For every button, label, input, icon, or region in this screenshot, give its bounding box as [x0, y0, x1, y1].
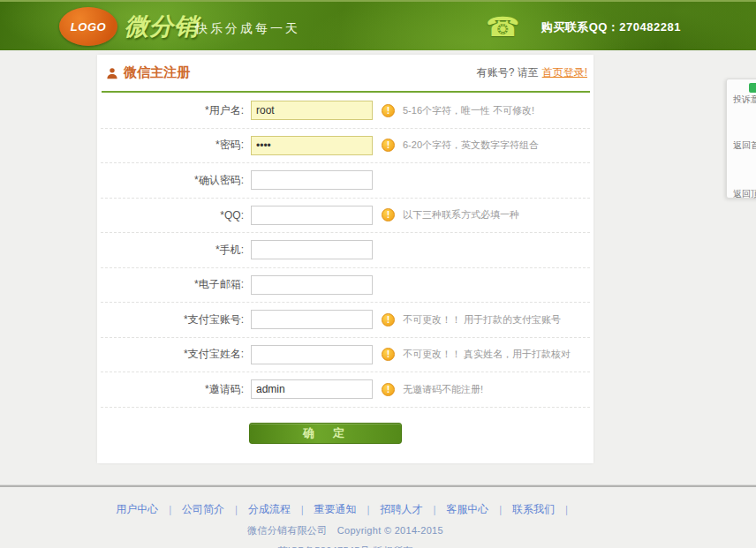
field-input[interactable] — [251, 240, 373, 259]
footer-separator: ｜ — [495, 504, 505, 514]
side-panel-item[interactable]: 返回首页 — [733, 139, 756, 152]
field-input[interactable] — [251, 275, 373, 295]
footer-separator: ｜ — [562, 504, 571, 514]
brand-title: 微分销 — [125, 11, 199, 42]
field-input[interactable] — [251, 101, 373, 120]
field-label: *确认密码: — [101, 173, 251, 188]
field-label: *邀请码: — [101, 382, 251, 397]
register-card: 微信主注册 有账号? 请至首页登录! *用户名: ! 5-16个字符，唯一性 不… — [97, 55, 593, 463]
footer-content: 用户中心｜公司简介｜分成流程｜重要通知｜招聘人才｜客服中心｜联系我们｜ 微信分销… — [97, 502, 593, 548]
side-panel-item[interactable]: 投诉意见 — [733, 94, 756, 106]
field-label: *用户名: — [101, 103, 251, 118]
footer: 用户中心｜公司简介｜分成流程｜重要通知｜招聘人才｜客服中心｜联系我们｜ 微信分销… — [0, 484, 756, 548]
footer-separator: ｜ — [364, 504, 374, 514]
user-icon — [106, 67, 118, 79]
submit-button[interactable]: 确 定 — [249, 423, 402, 444]
header-contact: ☎ 购买联系QQ：270482281 — [486, 2, 681, 52]
footer-separator: ｜ — [231, 504, 241, 514]
form-row: *邀请码: ! 无邀请码不能注册! — [101, 372, 590, 408]
form-row: *QQ: ! 以下三种联系方式必填一种 — [101, 199, 590, 234]
field-hint: 不可更改！！ 用于打款的支付宝账号 — [403, 313, 561, 327]
footer-separator: ｜ — [429, 504, 439, 514]
field-label: *QQ: — [101, 209, 251, 221]
warning-icon: ! — [382, 313, 395, 327]
field-input[interactable] — [251, 136, 373, 155]
field-label: *手机: — [101, 243, 251, 258]
warning-icon: ! — [382, 383, 395, 396]
login-hint-text: 有账号? 请至 — [477, 66, 539, 79]
side-panel-item[interactable]: 返回顶部 — [733, 188, 756, 200]
login-hint: 有账号? 请至首页登录! — [477, 65, 587, 80]
field-hint: 无邀请码不能注册! — [403, 383, 483, 396]
field-hint: 不可更改！！ 真实姓名，用于打款核对 — [403, 348, 571, 361]
footer-separator: ｜ — [165, 504, 175, 514]
side-panel-items: 投诉意见返回首页返回顶部 — [733, 94, 756, 200]
icp-line: 苏ICP备58047545号 版权所有 — [97, 544, 593, 548]
footer-link[interactable]: 联系我们 — [512, 503, 555, 515]
brand-slogan: 快乐分成每一天 — [195, 21, 300, 37]
field-hint: 6-20个字符，英文数字字符组合 — [403, 139, 539, 152]
footer-link[interactable]: 重要通知 — [314, 503, 357, 515]
warning-icon: ! — [382, 139, 395, 152]
form-row: *确认密码: ! — [101, 163, 590, 199]
card-header: 微信主注册 有账号? 请至首页登录! — [97, 55, 593, 91]
form-row: *支付宝姓名: ! 不可更改！！ 真实姓名，用于打款核对 — [101, 338, 590, 373]
form-row: *用户名: ! 5-16个字符，唯一性 不可修改! — [101, 94, 590, 129]
field-label: *密码: — [101, 138, 251, 153]
warning-icon: ! — [382, 104, 395, 117]
warning-icon: ! — [382, 208, 395, 221]
footer-link[interactable]: 客服中心 — [446, 503, 488, 515]
form-row: *电子邮箱: ! — [101, 268, 590, 304]
form-rows: *用户名: ! 5-16个字符，唯一性 不可修改! *密码: ! 6-20个字符… — [97, 93, 593, 408]
field-input[interactable] — [251, 379, 373, 399]
phone-icon: ☎ — [486, 13, 520, 41]
field-label: *支付宝账号: — [101, 312, 251, 327]
copyright-line: 微信分销有限公司 Copyright © 2014-2015 — [97, 524, 593, 537]
warning-icon: ! — [382, 348, 395, 361]
form-row: *支付宝账号: ! 不可更改！！ 用于打款的支付宝账号 — [101, 303, 590, 338]
field-hint: 以下三种联系方式必填一种 — [403, 208, 519, 221]
footer-separator: ｜ — [298, 504, 307, 514]
field-label: *支付宝姓名: — [101, 347, 251, 362]
field-input[interactable] — [251, 170, 373, 190]
field-input[interactable] — [251, 310, 373, 329]
footer-divider — [0, 484, 756, 487]
side-panel: 投诉意见返回首页返回顶部 — [726, 79, 756, 199]
form-row: *手机: ! — [101, 233, 590, 268]
form-row: *密码: ! 6-20个字符，英文数字字符组合 — [101, 129, 590, 164]
field-hint: 5-16个字符，唯一性 不可修改! — [403, 104, 534, 117]
footer-link[interactable]: 公司简介 — [182, 503, 224, 515]
home-login-link[interactable]: 首页登录! — [542, 66, 587, 79]
logo: LOGO — [59, 7, 117, 46]
field-input[interactable] — [251, 206, 373, 225]
submit-area: 确 定 — [97, 408, 593, 444]
header: LOGO 微分销 快乐分成每一天 ☎ 购买联系QQ：270482281 — [0, 0, 756, 50]
footer-link[interactable]: 用户中心 — [116, 503, 158, 515]
footer-link[interactable]: 招聘人才 — [380, 503, 422, 515]
side-panel-badge[interactable] — [749, 83, 756, 93]
field-input[interactable] — [251, 345, 373, 364]
contact-qq-text: 购买联系QQ：270482281 — [541, 19, 681, 35]
page-title: 微信主注册 — [124, 64, 190, 81]
footer-links: 用户中心｜公司简介｜分成流程｜重要通知｜招聘人才｜客服中心｜联系我们｜ — [97, 502, 593, 517]
footer-link[interactable]: 分成流程 — [248, 503, 291, 515]
field-label: *电子邮箱: — [101, 277, 251, 292]
logo-text: LOGO — [71, 20, 106, 34]
